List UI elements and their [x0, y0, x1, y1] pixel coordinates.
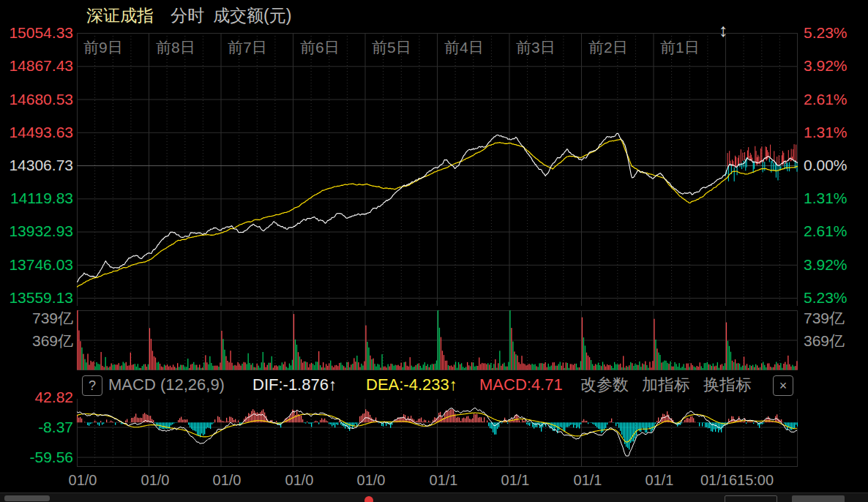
volume-chart-canvas[interactable]	[77, 310, 798, 370]
session-label: 前5日	[372, 37, 411, 58]
session-label: 前7日	[228, 37, 267, 58]
time-axis-label: 01/0	[69, 472, 97, 489]
volume-axis-label: 369亿	[0, 331, 73, 351]
pct-axis-label: 3.92%	[804, 255, 848, 274]
pct-axis-label: 2.61%	[804, 90, 848, 109]
pct-axis-label: 3.92%	[804, 56, 848, 75]
time-axis-close-time-label: 15:00	[737, 472, 774, 488]
volume-axis-label: 739亿	[804, 309, 845, 328]
macd-chart-canvas[interactable]	[77, 399, 798, 467]
symbol-title: 深证成指	[86, 5, 154, 26]
time-axis-label: 01/0	[285, 472, 314, 489]
price-axis-label: 13932.93	[0, 222, 73, 241]
time-axis-label: 01/1	[574, 472, 602, 489]
time-axis-label: 01/1	[646, 472, 674, 489]
scrollbar-thumb[interactable]	[4, 495, 50, 501]
close-icon[interactable]: ×	[773, 375, 793, 396]
macd-axis-label: 42.82	[0, 388, 73, 407]
session-label: 前6日	[300, 37, 340, 58]
session-label: 前8日	[156, 37, 195, 58]
turnover-unit-label: 成交额(元)	[213, 5, 291, 26]
time-axis-label: 01/1	[501, 472, 530, 489]
stock-app-window: 深证成指 分时 成交额(元) 15054.33 14867.43 14680.5…	[0, 0, 868, 502]
pct-axis-label: 2.61%	[804, 222, 848, 241]
time-axis-label: 01/1	[430, 472, 458, 489]
macd-axis-label: -59.56	[0, 448, 73, 467]
macd-indicator-title: MACD (12,26,9)	[108, 375, 225, 395]
time-axis-label: 01/0	[213, 472, 242, 489]
session-label: 前3日	[516, 37, 555, 58]
price-axis-label: 14119.83	[0, 189, 73, 208]
time-axis-label: 01/0	[357, 472, 386, 489]
indicator-dot	[364, 496, 373, 502]
switch-indicator-button[interactable]: 换指标	[703, 375, 752, 395]
macd-dif-value: DIF:-1.876↑	[252, 375, 337, 395]
pct-axis-label-baseline: 0.00%	[804, 156, 848, 175]
pct-axis-label: 1.31%	[804, 189, 848, 208]
session-label: 前9日	[83, 37, 123, 58]
split-handle-icon[interactable]: ↕	[715, 20, 731, 40]
macd-hist-value: MACD:4.71	[479, 375, 563, 395]
volume-axis-label: 369亿	[804, 331, 845, 351]
session-label: 前1日	[660, 37, 700, 58]
volume-axis-label: 739亿	[0, 309, 73, 328]
bottom-scrollbar[interactable]	[0, 492, 868, 502]
time-axis-label: 01/0	[141, 472, 170, 489]
price-axis-label: 14493.63	[0, 123, 73, 142]
time-axis-date-label: 01/16	[700, 472, 737, 488]
price-axis-label: 13559.13	[0, 288, 73, 307]
macd-axis-label: -8.37	[0, 418, 73, 437]
bottom-button-outline[interactable]	[725, 495, 777, 502]
time-axis-last: 01/1615:00	[700, 472, 774, 489]
help-icon[interactable]: ?	[82, 375, 102, 396]
price-axis-label: 14680.53	[0, 90, 73, 109]
pct-axis-label: 1.31%	[804, 123, 848, 142]
price-axis-label-baseline: 14306.73	[0, 156, 73, 175]
price-axis-label: 14867.43	[0, 56, 73, 75]
pct-axis-label: 5.23%	[804, 288, 848, 307]
price-axis-label: 13746.03	[0, 255, 73, 274]
price-chart-canvas[interactable]	[77, 33, 798, 307]
add-indicator-button[interactable]: 加指标	[642, 375, 690, 395]
session-label: 前4日	[444, 37, 484, 58]
price-axis-label: 15054.33	[0, 23, 73, 42]
pct-axis-label: 5.23%	[804, 23, 848, 42]
edit-params-button[interactable]: 改参数	[580, 375, 629, 395]
session-label: 前2日	[588, 37, 628, 58]
tab-minute-chart[interactable]: 分时	[171, 5, 204, 26]
macd-dea-value: DEA:-4.233↑	[366, 375, 457, 395]
bottom-button-filled[interactable]	[792, 495, 845, 502]
